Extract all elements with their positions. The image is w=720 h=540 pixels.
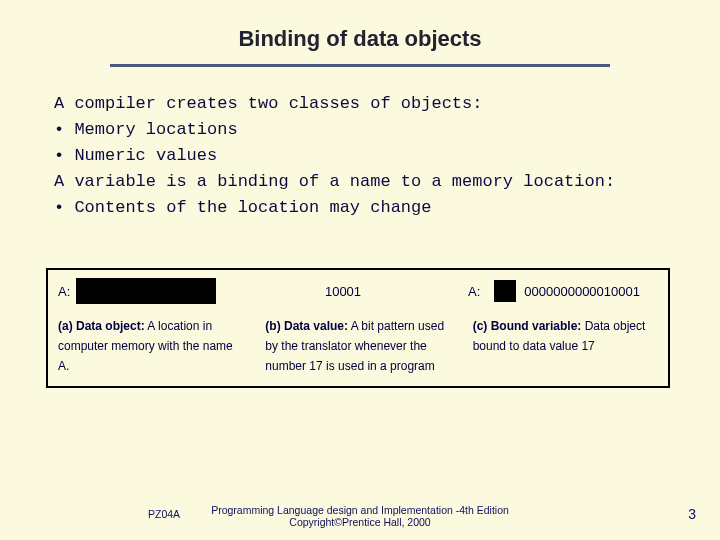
- footer-line-1: Programming Language design and Implemen…: [211, 504, 509, 516]
- figure-descriptions: (a) Data object: A location in computer …: [58, 316, 658, 376]
- slide: Binding of data objects A compiler creat…: [0, 0, 720, 540]
- footer-line-2: Copyright©Prentice Hall, 2000: [211, 516, 509, 528]
- line-1: A compiler creates two classes of object…: [54, 94, 482, 113]
- desc-a-strong: (a) Data object:: [58, 319, 145, 333]
- fig-cell-c: A: 0000000000010001: [438, 280, 658, 302]
- footer-text: Programming Language design and Implemen…: [211, 504, 509, 528]
- desc-c-strong: (c) Bound variable:: [473, 319, 582, 333]
- bound-box-icon: [494, 280, 516, 302]
- memory-box-icon: [76, 278, 216, 304]
- fig-cell-b: 10001: [248, 284, 438, 299]
- desc-a: (a) Data object: A location in computer …: [58, 316, 243, 376]
- body-text: A compiler creates two classes of object…: [54, 91, 720, 221]
- footer: Programming Language design and Implemen…: [0, 504, 720, 528]
- title-rule: [110, 64, 610, 67]
- line-2: • Memory locations: [54, 120, 238, 139]
- desc-b-strong: (b) Data value:: [265, 319, 348, 333]
- figure-box: A: 10001 A: 0000000000010001 (a) Data ob…: [46, 268, 670, 388]
- fig-value-b: 10001: [325, 284, 361, 299]
- line-4: A variable is a binding of a name to a m…: [54, 172, 615, 191]
- fig-cell-a: A:: [58, 278, 248, 304]
- fig-label-a: A:: [58, 284, 70, 299]
- line-3: • Numeric values: [54, 146, 217, 165]
- line-5: • Contents of the location may change: [54, 198, 431, 217]
- fig-label-c: A:: [468, 284, 480, 299]
- fig-value-c: 0000000000010001: [524, 284, 640, 299]
- page-number: 3: [688, 506, 696, 522]
- figure-top-row: A: 10001 A: 0000000000010001: [58, 278, 658, 304]
- slide-title: Binding of data objects: [0, 0, 720, 52]
- desc-b: (b) Data value: A bit pattern used by th…: [265, 316, 450, 376]
- desc-c: (c) Bound variable: Data object bound to…: [473, 316, 658, 376]
